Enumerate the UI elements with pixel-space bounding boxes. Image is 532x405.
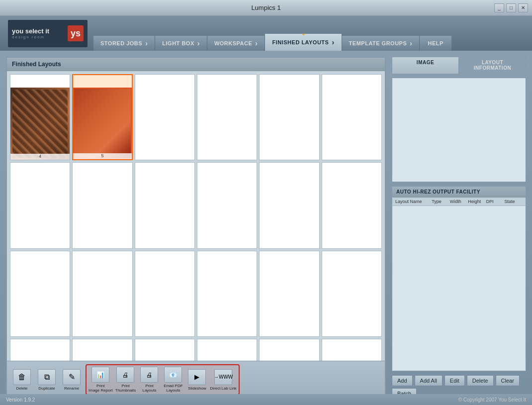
thumbnail-26[interactable] [259, 339, 319, 361]
tab-finished-layouts[interactable]: FINISHED LAYOUTS [265, 34, 342, 51]
thumbnail-20[interactable] [259, 251, 319, 337]
bottom-toolbar: 🗑 Delete ⧉ Duplicate ✎ Rename 📊 PrintIma… [7, 361, 385, 398]
thumbnail-23[interactable] [72, 339, 132, 361]
right-panel-tabs: IMAGE LAYOUT INFORMATION [392, 57, 526, 74]
main-content: Finished Layouts 4 5 [0, 51, 532, 405]
window-controls: _ □ ✕ [494, 3, 528, 12]
logo-line3: design room [12, 35, 49, 39]
left-panel-header: Finished Layouts [7, 58, 385, 71]
tab-help[interactable]: HELP [420, 36, 451, 51]
maximize-button[interactable]: □ [506, 3, 516, 12]
thumbnail-22[interactable] [10, 339, 70, 361]
add-all-button[interactable]: Add All [415, 375, 443, 386]
clear-button[interactable]: Clear [496, 375, 520, 386]
add-button[interactable]: Add [392, 375, 413, 386]
close-button[interactable]: ✕ [518, 3, 528, 12]
duplicate-button[interactable]: ⧉ Duplicate [36, 369, 58, 391]
left-panel: Finished Layouts 4 5 [6, 57, 386, 399]
thumbnail-13[interactable] [197, 162, 257, 248]
delete-icon: 🗑 [13, 369, 31, 385]
print-image-report-icon: 📊 [91, 367, 109, 383]
tab-workspace[interactable]: WORKSPACE [207, 36, 266, 51]
hirez-table-body [392, 206, 526, 371]
thumbnail-11[interactable] [72, 162, 132, 248]
thumbnail-16[interactable] [10, 251, 70, 337]
title-bar: Lumpics 1 _ □ ✕ [0, 0, 532, 16]
action-buttons-group: 📊 PrintImage Report 🖨 PrintThumbnails 🖨 … [86, 364, 240, 395]
thumbnail-24[interactable] [135, 339, 195, 361]
thumbnail-7[interactable] [197, 74, 257, 160]
thumbnail-9[interactable] [322, 74, 382, 160]
print-thumbnails-icon: 🖨 [116, 367, 134, 383]
rename-icon: ✎ [63, 369, 81, 385]
print-thumbnails-button[interactable]: 🖨 PrintThumbnails [114, 367, 136, 393]
delete-label: Delete [16, 386, 27, 391]
thumbnail-17[interactable] [72, 251, 132, 337]
logo: you select it design room ys [8, 20, 88, 47]
slideshow-label: Slideshow [188, 386, 206, 391]
thumbnail-6[interactable] [135, 74, 195, 160]
rename-label: Rename [64, 386, 79, 391]
nav-tabs: STORED JOBS LIGHT BOX WORKSPACE FINISHED… [93, 16, 532, 51]
thumbnails-grid: 4 5 [10, 74, 382, 361]
right-panel: IMAGE LAYOUT INFORMATION AUTO HI-REZ OUT… [392, 57, 526, 399]
thumbnail-5[interactable]: 5 [72, 74, 132, 160]
print-image-report-button[interactable]: 📊 PrintImage Report [89, 367, 112, 393]
delete-hirez-button[interactable]: Delete [467, 375, 494, 386]
slideshow-icon: ▶ [188, 369, 206, 385]
thumbnail-12[interactable] [135, 162, 195, 248]
col-dpi: DPI [486, 199, 505, 204]
edit-button[interactable]: Edit [444, 375, 465, 386]
thumbnail-25[interactable] [197, 339, 257, 361]
col-layout-name: Layout Name [395, 199, 432, 204]
window-title: Lumpics 1 [251, 4, 280, 11]
print-thumbnails-label: PrintThumbnails [115, 384, 136, 393]
thumbnail-18[interactable] [135, 251, 195, 337]
print-layouts-label: PrintLayouts [142, 384, 156, 393]
version-bar: Version 1.9.2 © Copyright 2007 You Selec… [0, 394, 532, 405]
image-preview [392, 78, 526, 182]
header: you select it design room ys STORED JOBS… [0, 16, 532, 51]
thumbnail-21[interactable] [322, 251, 382, 337]
print-image-report-label: PrintImage Report [89, 384, 112, 393]
print-layouts-icon: 🖨 [140, 367, 158, 383]
email-pdf-icon: 📧 [164, 367, 182, 383]
rename-button[interactable]: ✎ Rename [61, 369, 83, 391]
thumbnail-14[interactable] [259, 162, 319, 248]
slideshow-button[interactable]: ▶ Slideshow [186, 369, 208, 391]
direct-lab-link-icon: →WWW [214, 369, 232, 385]
hirez-header: AUTO HI-REZ OUTPUT FACILITY [392, 187, 526, 198]
thumb-number-4: 4 [10, 154, 70, 160]
tab-stored-jobs[interactable]: STORED JOBS [93, 36, 155, 51]
thumbnail-8[interactable] [259, 74, 319, 160]
thumbnails-area[interactable]: 4 5 [7, 71, 385, 361]
hirez-table-header: Layout Name Type Width Height DPI State [392, 198, 526, 206]
copyright-text: © Copyright 2007 You Select It [458, 397, 526, 403]
thumbnail-4[interactable]: 4 [10, 74, 70, 160]
thumbnail-10[interactable] [10, 162, 70, 248]
tab-template-groups[interactable]: TEMPLATE GROUPS [342, 36, 420, 51]
email-pdf-button[interactable]: 📧 Email PDFLayouts [162, 367, 184, 393]
email-pdf-label: Email PDFLayouts [164, 384, 182, 393]
direct-lab-link-button[interactable]: →WWW Direct Lab Link [210, 369, 236, 391]
print-layouts-button[interactable]: 🖨 PrintLayouts [138, 367, 160, 393]
direct-lab-link-label: Direct Lab Link [210, 386, 236, 391]
hirez-section: AUTO HI-REZ OUTPUT FACILITY Layout Name … [392, 186, 526, 371]
version-text: Version 1.9.2 [6, 397, 35, 403]
minimize-button[interactable]: _ [494, 3, 504, 12]
logo-line1: you select it [12, 27, 49, 35]
tab-layout-information[interactable]: LAYOUT INFORMATION [459, 57, 526, 74]
duplicate-icon: ⧉ [38, 369, 56, 385]
col-state: State [504, 199, 523, 204]
thumbnail-19[interactable] [197, 251, 257, 337]
tab-image[interactable]: IMAGE [392, 57, 459, 74]
thumbnail-15[interactable] [322, 162, 382, 248]
col-height: Height [468, 199, 486, 204]
delete-button[interactable]: 🗑 Delete [11, 369, 33, 391]
thumb-image-5 [73, 88, 131, 159]
thumbnail-27[interactable] [322, 339, 382, 361]
duplicate-label: Duplicate [38, 386, 55, 391]
tab-light-box[interactable]: LIGHT BOX [155, 36, 207, 51]
col-width: Width [450, 199, 468, 204]
col-type: Type [432, 199, 450, 204]
